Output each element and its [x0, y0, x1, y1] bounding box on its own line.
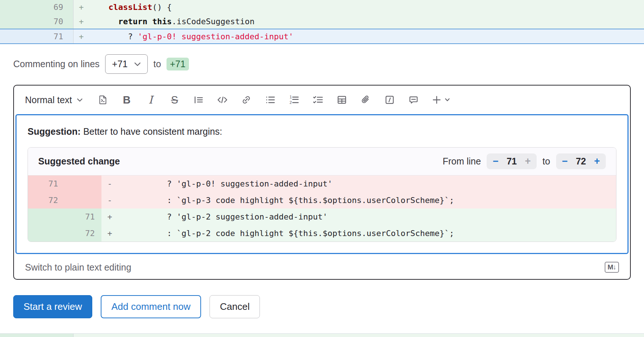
diff-row-removed: 72 - : `gl-p-3 code highlight ${this.$op… [28, 192, 616, 209]
suggestion-text: Better to have consistent margins: [80, 126, 222, 137]
chevron-down-icon [134, 62, 141, 66]
cancel-button[interactable]: Cancel [210, 295, 260, 318]
suggested-change-title: Suggested change [38, 156, 120, 167]
code-keyword-token: return [118, 17, 147, 26]
to-line-increment-button[interactable]: + [594, 156, 600, 166]
diff-line-69[interactable]: 69 + classList() { [0, 0, 644, 14]
suggestion-paragraph[interactable]: Suggestion: Better to have consistent ma… [28, 126, 616, 137]
code-line [74, 334, 644, 337]
line-number: 70 [54, 17, 64, 26]
diff-sign: + [74, 14, 89, 29]
numbered-list-icon[interactable]: 12 [288, 94, 300, 106]
markdown-icon[interactable]: M↓ [605, 262, 619, 273]
code-line: return this.isCodeSuggestion [89, 14, 254, 29]
code-line[interactable]: : `gl-p-2 code highlight ${this.$options… [128, 225, 454, 242]
line-number-gutter: 71 [28, 209, 101, 225]
commenting-label: Commenting on lines [13, 59, 100, 69]
new-line-number: 72 [65, 225, 101, 242]
bold-icon[interactable]: B [121, 94, 133, 106]
table-icon[interactable] [336, 94, 348, 106]
to-label: to [153, 59, 161, 69]
code-indent [89, 17, 118, 26]
diff-sign: + [101, 209, 128, 225]
diff-sign: + [101, 225, 128, 242]
text-style-dropdown[interactable]: Normal text [25, 95, 83, 105]
line-number-gutter [0, 334, 74, 337]
code-indent [89, 3, 108, 12]
diff-line-70[interactable]: 70 + return this.isCodeSuggestion [0, 14, 644, 29]
diff-row-removed: 71 - ? 'gl-p-0! suggestion-added-input' [28, 175, 616, 192]
strikethrough-icon[interactable]: S [169, 94, 180, 106]
diff-line-71-selected[interactable]: 71 + ? 'gl-p-0! suggestion-added-input' [0, 29, 644, 44]
task-list-icon[interactable] [312, 94, 324, 106]
italic-icon[interactable]: I [145, 94, 157, 106]
comment-icon[interactable] [408, 94, 419, 106]
from-line-increment-button[interactable]: + [525, 156, 531, 166]
rich-text-toolbar: Normal text B I S 12 [14, 86, 630, 114]
diff-row-added: 71 + ? 'gl-p-2 suggestion-added-input' [28, 209, 616, 225]
line-number-gutter[interactable]: 71 [0, 29, 74, 43]
code-icon[interactable] [217, 94, 228, 106]
to-line-stepper: − 72 + [556, 153, 606, 169]
code-line: ? 'gl-p-0! suggestion-added-input' [89, 29, 293, 43]
switch-to-plain-text-link[interactable]: Switch to plain text editing [25, 262, 131, 273]
line-range-controls: From line − 71 + to − 72 + [443, 153, 606, 169]
link-icon[interactable] [240, 94, 252, 106]
end-line-badge: +71 [167, 58, 189, 70]
to-line-value: 72 [576, 156, 586, 167]
from-line-value: 71 [507, 156, 517, 167]
line-number-gutter[interactable]: 70 [0, 14, 74, 29]
code-plain-token: .isCodeSuggestion [172, 17, 254, 26]
line-number: 69 [54, 3, 64, 12]
code-suggestion-icon[interactable] [97, 94, 109, 106]
diff-sign: - [101, 175, 128, 192]
details-block-icon[interactable] [384, 94, 396, 106]
comment-editor: Normal text B I S 12 [13, 85, 631, 280]
diff-row-added: 72 + : `gl-p-2 code highlight ${this.$op… [28, 225, 616, 242]
code-indent [89, 32, 128, 41]
code-plain-token: ? [128, 32, 138, 41]
next-diff-line-strip [0, 333, 644, 337]
from-line-label: From line [443, 156, 481, 167]
line-number-gutter: 71 [28, 175, 101, 192]
new-line-number [65, 192, 101, 209]
diff-sign: - [101, 192, 128, 209]
new-line-number [65, 175, 101, 192]
code-string-token: 'gl-p-0! suggestion-added-input' [137, 32, 293, 41]
code-line[interactable]: ? 'gl-p-2 suggestion-added-input' [128, 209, 328, 225]
chevron-down-icon [77, 98, 83, 102]
line-number-gutter: 72 [28, 225, 101, 242]
to-line-label: to [543, 156, 550, 167]
suggested-change-card: Suggested change From line − 71 + to − 7… [28, 147, 616, 242]
from-line-decrement-button[interactable]: − [493, 156, 498, 166]
code-line: classList() { [89, 0, 172, 14]
bold-glyph: B [123, 95, 130, 105]
code-function-token: classList [108, 3, 152, 12]
editor-footer: Switch to plain text editing M↓ [14, 256, 630, 279]
start-line-dropdown[interactable]: +71 [105, 54, 148, 74]
old-line-number [28, 225, 65, 242]
to-line-decrement-button[interactable]: − [562, 156, 568, 166]
start-review-button[interactable]: Start a review [13, 295, 92, 318]
attach-file-icon[interactable] [360, 94, 372, 106]
suggestion-label: Suggestion: [28, 126, 80, 137]
line-number-gutter: 72 [28, 192, 101, 209]
add-comment-now-button[interactable]: Add comment now [101, 295, 201, 318]
old-line-number: 71 [28, 175, 65, 192]
code-plain-token: () { [152, 3, 172, 12]
code-space [147, 17, 152, 26]
context-diff: 69 + classList() { 70 + return this.isCo… [0, 0, 644, 44]
bullet-list-icon[interactable] [264, 94, 276, 106]
old-line-number: 72 [28, 192, 65, 209]
more-options-button[interactable] [432, 95, 450, 105]
text-style-value: Normal text [25, 95, 72, 105]
suggested-change-diff: 71 - ? 'gl-p-0! suggestion-added-input' … [28, 175, 616, 242]
svg-text:2: 2 [290, 100, 292, 105]
quote-icon[interactable] [193, 94, 204, 106]
commenting-on-lines-row: Commenting on lines +71 to +71 [13, 54, 644, 74]
line-number-gutter[interactable]: 69 [0, 0, 74, 14]
comment-content-area[interactable]: Suggestion: Better to have consistent ma… [15, 114, 629, 254]
italic-glyph: I [149, 95, 153, 105]
diff-sign: + [74, 0, 89, 14]
line-number: 71 [54, 32, 64, 41]
